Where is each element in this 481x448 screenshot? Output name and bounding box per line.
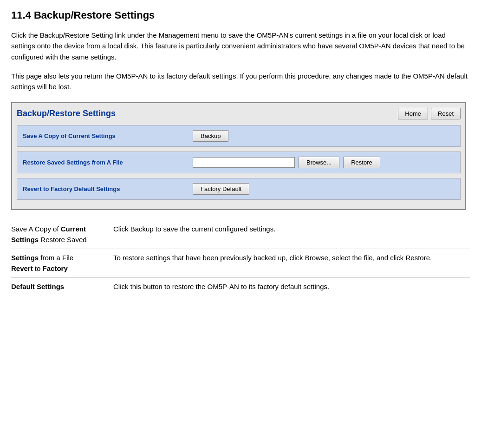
panel-header-buttons: Home Reset [398,108,461,119]
device-panel: Backup/Restore Settings Home Reset Save … [11,102,466,210]
panel-title: Backup/Restore Settings [17,109,116,119]
desc-label-factory: Default Settings [11,278,113,296]
desc-label-save: Save A Copy of CurrentSettings Restore S… [11,220,113,249]
reset-button[interactable]: Reset [431,108,461,119]
desc-row-save: Save A Copy of CurrentSettings Restore S… [11,220,470,249]
page-title: 11.4 Backup/Restore Settings [11,9,470,21]
intro-paragraph-2: This page also lets you return the OM5P-… [11,71,470,92]
factory-default-row: Revert to Factory Default Settings Facto… [17,178,461,200]
description-table: Save A Copy of CurrentSettings Restore S… [11,220,470,296]
save-copy-content: Backup [193,130,455,142]
factory-default-content: Factory Default [193,183,455,195]
desc-text-restore: To restore settings that have been previ… [113,249,470,278]
restore-saved-content: Browse... Restore [193,157,455,168]
browse-button[interactable]: Browse... [299,157,339,168]
desc-row-factory: Default Settings Click this button to re… [11,278,470,296]
desc-row-restore: Settings from a FileRevert to Factory To… [11,249,470,278]
desc-text-save: Click Backup to save the current configu… [113,220,470,249]
save-copy-row: Save A Copy of Current Settings Backup [17,125,461,147]
file-path-input[interactable] [193,157,295,168]
panel-header: Backup/Restore Settings Home Reset [17,108,461,119]
save-copy-label: Save A Copy of Current Settings [23,132,185,139]
backup-button[interactable]: Backup [193,130,228,142]
factory-default-button[interactable]: Factory Default [193,183,249,195]
restore-button[interactable]: Restore [343,157,380,168]
desc-label-restore: Settings from a FileRevert to Factory [11,249,113,278]
desc-text-factory: Click this button to restore the OM5P-AN… [113,278,470,296]
restore-saved-label: Restore Saved Settings from A File [23,159,185,166]
intro-paragraph-1: Click the Backup/Restore Setting link un… [11,30,470,62]
restore-saved-row: Restore Saved Settings from A File Brows… [17,152,461,173]
factory-default-label: Revert to Factory Default Settings [23,185,185,192]
home-button[interactable]: Home [398,108,428,119]
